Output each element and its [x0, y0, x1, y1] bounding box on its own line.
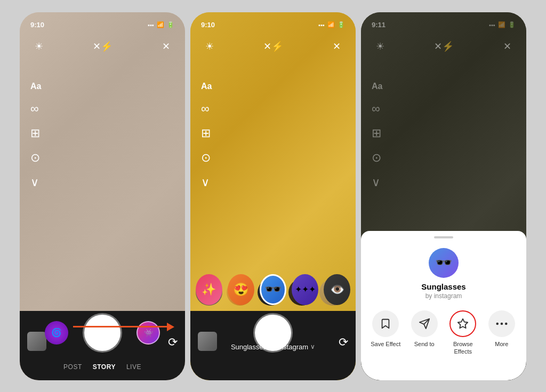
close-btn-3[interactable]: ✕ [499, 38, 516, 55]
effect-chevron: ∨ [310, 343, 315, 350]
send-to-icon [411, 310, 438, 337]
effect-main-sunglasses[interactable]: 🕶️ [260, 274, 287, 305]
status-bar-1: 9:10 ▪▪▪ 📶 🔋 [20, 19, 185, 31]
mode-post[interactable]: POST [63, 363, 82, 371]
status-time-1: 9:10 [30, 21, 44, 29]
lightning-btn-1[interactable]: ✕⚡ [94, 38, 111, 55]
effect-left-icon-1: 🌀 [51, 327, 62, 338]
flip-btn-1[interactable]: ⟳ [168, 335, 178, 349]
save-effect-label: Save Effect [371, 340, 400, 348]
close-btn-2[interactable]: ✕ [328, 38, 345, 55]
text-tool-3: Aa [372, 82, 382, 91]
mode-live[interactable]: LIVE [126, 363, 141, 371]
arrow-line [73, 326, 167, 327]
status-time-2: 9:10 [201, 21, 215, 29]
layout-tool-3: ⊞ [372, 126, 382, 140]
wifi-icon-2: 📶 [327, 21, 335, 28]
flip-icon-2: ⟳ [339, 335, 348, 349]
svg-point-4 [500, 322, 503, 325]
effect-name-bar: Sunglasses by instagram ∨ [190, 343, 356, 351]
phone-screen-1: 9:10 ▪▪▪ 📶 🔋 ☀ ✕⚡ ✕ Aa ∞ ⊞ ⊙ ∨ [20, 12, 185, 380]
close-btn-1[interactable]: ✕ [157, 38, 174, 55]
effect-title: Sunglasses [421, 282, 465, 291]
boomerang-tool-3: ∞ [372, 102, 382, 116]
bottom-sheet: 🕶️ Sunglasses by instagram Save Effect [361, 231, 526, 380]
effect-emoji: 🕶️ [435, 254, 452, 271]
status-icons-1: ▪▪▪ 📶 🔋 [148, 21, 174, 28]
effect-main-2[interactable]: 😍 [228, 274, 254, 305]
timer-tool-2[interactable]: ⊙ [201, 151, 212, 165]
more-tool-2[interactable]: ∨ [201, 175, 212, 189]
more-item[interactable]: More [486, 310, 518, 356]
svg-point-3 [496, 322, 499, 325]
side-tools-2: Aa ∞ ⊞ ⊙ ∨ [201, 82, 212, 189]
screenshots-container: 9:10 ▪▪▪ 📶 🔋 ☀ ✕⚡ ✕ Aa ∞ ⊞ ⊙ ∨ [0, 0, 546, 392]
browse-effects-label: Browse Effects [447, 340, 479, 356]
flip-icon-1: ⟳ [168, 335, 178, 349]
timer-tool-3: ⊙ [372, 151, 382, 165]
sheet-actions: Save Effect Send to [361, 310, 526, 356]
text-tool-1[interactable]: Aa [30, 82, 41, 91]
flip-btn-2[interactable]: ⟳ [339, 335, 348, 349]
battery-icon-3: 🔋 [508, 21, 516, 28]
effect-author: by instagram [425, 292, 462, 300]
arrow-overlay [73, 319, 174, 335]
signal-icon-3: ▪▪▪ [489, 22, 495, 28]
effect-avatar: 🕶️ [429, 248, 459, 278]
battery-icon-2: 🔋 [338, 21, 345, 28]
send-to-item[interactable]: Send to [408, 310, 440, 356]
lightning-btn-2[interactable]: ✕⚡ [264, 38, 282, 55]
layout-tool-1[interactable]: ⊞ [30, 126, 41, 140]
sheet-effect-info: 🕶️ Sunglasses by instagram [361, 248, 526, 300]
side-tools-3: Aa ∞ ⊞ ⊙ ∨ [372, 82, 382, 189]
effect-main-1[interactable]: ✨ [196, 274, 222, 305]
boomerang-tool-2[interactable]: ∞ [201, 102, 212, 116]
bottom-bar-2: Sunglasses by instagram ∨ ⟳ [190, 311, 356, 380]
boomerang-tool-1[interactable]: ∞ [30, 102, 41, 116]
phone-screen-2: 9:10 ▪▪▪ 📶 🔋 ☀ ✕⚡ ✕ Aa ∞ ⊞ ⊙ ∨ ✕ 🐻 [190, 12, 356, 380]
browse-effects-item[interactable]: Browse Effects [447, 310, 479, 356]
more-label: More [495, 340, 508, 348]
mode-story[interactable]: STORY [93, 363, 116, 371]
layout-tool-2[interactable]: ⊞ [201, 126, 212, 140]
status-icons-3: ▪▪▪ 📶 🔋 [489, 21, 516, 28]
top-controls-2: ☀ ✕⚡ ✕ [190, 38, 356, 55]
effect-main-4[interactable]: ✦✦✦ [292, 274, 318, 305]
signal-icon-1: ▪▪▪ [148, 22, 154, 28]
effects-row-main: ✨ 😍 🕶️ ✦✦✦ 👁️ [190, 268, 356, 311]
browse-effects-icon [449, 310, 476, 337]
arrow-head [167, 323, 174, 331]
status-time-3: 9:11 [372, 21, 386, 29]
svg-point-5 [505, 322, 508, 325]
svg-marker-2 [458, 318, 468, 327]
phone-screen-3: 9:11 ▪▪▪ 📶 🔋 ☀ ✕⚡ ✕ Aa ∞ ⊞ ⊙ ∨ 🕶️ [361, 12, 526, 380]
top-controls-3: ☀ ✕⚡ ✕ [361, 38, 526, 55]
wifi-icon-1: 📶 [157, 21, 164, 28]
save-effect-item[interactable]: Save Effect [370, 310, 402, 356]
more-icon [488, 310, 515, 337]
sun-btn-1[interactable]: ☀ [30, 38, 47, 55]
save-effect-icon [372, 310, 399, 337]
lightning-btn-3[interactable]: ✕⚡ [435, 38, 452, 55]
more-tool-1[interactable]: ∨ [30, 175, 41, 189]
effect-left-btn-1[interactable]: 🌀 [45, 321, 68, 345]
effect-name-text: Sunglasses by instagram [231, 343, 308, 351]
text-tool-2[interactable]: Aa [201, 82, 212, 91]
effect-main-5[interactable]: 👁️ [324, 274, 350, 305]
battery-icon-1: 🔋 [167, 21, 174, 28]
top-controls-1: ☀ ✕⚡ ✕ [20, 38, 185, 55]
send-to-label: Send to [414, 340, 435, 348]
sheet-handle [434, 236, 453, 238]
mode-labels-1: POST STORY LIVE [20, 363, 185, 371]
timer-tool-1[interactable]: ⊙ [30, 151, 41, 165]
more-tool-3: ∨ [372, 175, 382, 189]
sun-btn-2[interactable]: ☀ [201, 38, 218, 55]
status-icons-2: ▪▪▪ 📶 🔋 [318, 21, 345, 28]
signal-icon-2: ▪▪▪ [318, 22, 325, 28]
side-tools-1: Aa ∞ ⊞ ⊙ ∨ [30, 82, 41, 189]
status-bar-2: 9:10 ▪▪▪ 📶 🔋 [190, 19, 356, 31]
sun-btn-3[interactable]: ☀ [372, 38, 389, 55]
wifi-icon-3: 📶 [498, 21, 505, 28]
status-bar-3: 9:11 ▪▪▪ 📶 🔋 [361, 19, 526, 31]
